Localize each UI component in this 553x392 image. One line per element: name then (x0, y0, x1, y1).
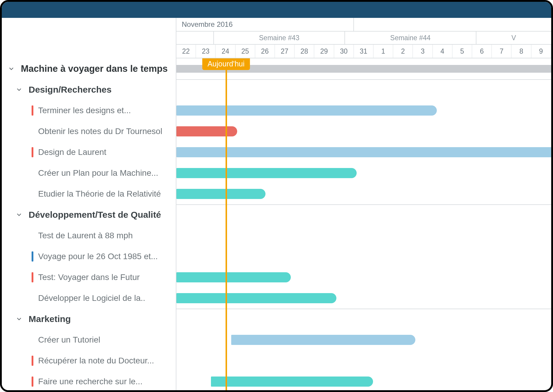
gantt-bar[interactable] (231, 335, 416, 345)
gantt-bar[interactable] (211, 377, 373, 387)
group-label: Développement/Test de Qualité (29, 210, 161, 220)
month-label: Novembre 2016 (182, 20, 233, 29)
day-number: 23 (202, 47, 210, 55)
timeline-month-cell-empty (354, 18, 551, 31)
day-cell[interactable]: 7 (492, 45, 512, 58)
gantt-bar[interactable] (176, 189, 265, 199)
gantt-bar[interactable] (176, 293, 336, 303)
chevron-down-icon[interactable] (15, 315, 23, 323)
task-label: Créer un Tutoriel (38, 335, 100, 345)
today-marker-line (226, 58, 227, 390)
day-number: 22 (182, 47, 190, 55)
task-label: Test de Laurent à 88 mph (38, 231, 133, 240)
gantt-task-lane (176, 142, 551, 163)
task-label: Terminer les designs et... (38, 106, 131, 115)
day-cell[interactable]: 31 (354, 45, 374, 58)
gantt-task-lane (176, 288, 551, 309)
task-row[interactable]: Voyage pour le 26 Oct 1985 et... (2, 246, 176, 267)
content-area: Machine à voyager dans le tempsDesign/Re… (2, 18, 551, 390)
day-cell[interactable]: 25 (236, 45, 255, 58)
day-cell[interactable]: 1 (374, 45, 393, 58)
timeline-week-row: Semaine #43Semaine #44V (176, 32, 551, 45)
day-cell[interactable]: 5 (453, 45, 472, 58)
week-label: Semaine #43 (259, 34, 299, 42)
task-row[interactable]: Terminer les designs et... (2, 100, 176, 121)
task-row[interactable]: Design de Laurent (2, 142, 176, 163)
chevron-down-icon[interactable] (15, 85, 23, 94)
group-row[interactable]: Design/Recherches (2, 79, 176, 100)
task-tree-sidebar: Machine à voyager dans le tempsDesign/Re… (2, 18, 176, 390)
gantt-task-lane (176, 246, 551, 267)
task-label: Obtenir les notes du Dr Tournesol (38, 127, 162, 136)
day-number: 4 (440, 47, 444, 55)
gantt-bar[interactable] (176, 147, 551, 157)
day-cell[interactable]: 28 (295, 45, 314, 58)
day-cell[interactable]: 22 (176, 45, 196, 58)
gantt-bar[interactable] (176, 126, 237, 136)
task-row[interactable]: Récupérer la note du Docteur... (2, 350, 176, 371)
group-row[interactable]: Développement/Test de Qualité (2, 204, 176, 225)
gantt-bar[interactable] (176, 168, 357, 178)
day-cell[interactable]: 4 (433, 45, 453, 58)
task-row[interactable]: Créer un Tutoriel (2, 329, 176, 350)
task-label: Récupérer la note du Docteur... (38, 356, 154, 365)
gantt-task-lane (176, 163, 551, 183)
day-number: 27 (281, 47, 288, 55)
day-cell[interactable]: 6 (472, 45, 492, 58)
project-title: Machine à voyager dans le temps (21, 63, 168, 74)
day-cell[interactable]: 23 (196, 45, 216, 58)
day-cell[interactable]: 26 (255, 45, 275, 58)
gantt-section-divider (176, 309, 551, 309)
task-label: Voyage pour le 26 Oct 1985 et... (38, 252, 158, 261)
task-label: Développer le Logiciel de la.. (38, 293, 145, 303)
priority-flag-icon (32, 105, 33, 116)
day-cell[interactable]: 9 (532, 45, 551, 58)
gantt-timeline[interactable]: Novembre 2016 Semaine #43Semaine #44V 22… (176, 18, 551, 390)
day-cell[interactable]: 30 (334, 45, 354, 58)
task-row[interactable]: Créer un Plan pour la Machine... (2, 163, 176, 183)
priority-flag-icon (32, 356, 33, 366)
week-cell: V (476, 32, 552, 44)
project-row[interactable]: Machine à voyager dans le temps (2, 58, 176, 79)
priority-flag-icon (32, 335, 33, 345)
chevron-down-icon[interactable] (15, 211, 23, 219)
task-label: Design de Laurent (38, 147, 106, 157)
task-label: Test: Voyager dans le Futur (38, 273, 140, 282)
week-label: Semaine #44 (390, 34, 431, 42)
priority-flag-icon (32, 168, 33, 178)
gantt-task-lane (176, 350, 551, 371)
day-cell[interactable]: 2 (393, 45, 413, 58)
priority-flag-icon (32, 293, 33, 303)
day-number: 2 (401, 47, 405, 55)
gantt-task-lane (176, 371, 551, 390)
gantt-task-lane (176, 183, 551, 204)
gantt-task-lane (176, 267, 551, 288)
task-row[interactable]: Etudier la Théorie de la Relativité (2, 183, 176, 204)
day-cell[interactable]: 8 (512, 45, 531, 58)
priority-flag-icon (32, 377, 33, 387)
group-label: Design/Recherches (29, 85, 111, 95)
gantt-task-lane (176, 121, 551, 142)
group-row[interactable]: Marketing (2, 309, 176, 329)
gantt-bar[interactable] (176, 272, 291, 282)
day-cell[interactable]: 24 (216, 45, 235, 58)
task-row[interactable]: Obtenir les notes du Dr Tournesol (2, 121, 176, 142)
task-row[interactable]: Faire une recherche sur le... (2, 371, 176, 392)
day-number: 25 (241, 47, 249, 55)
day-cell[interactable]: 29 (314, 45, 334, 58)
gantt-section-divider (176, 204, 551, 205)
priority-flag-icon (32, 251, 33, 262)
gantt-section-divider (176, 79, 551, 80)
week-cell: Semaine #44 (345, 32, 476, 44)
task-row[interactable]: Test de Laurent à 88 mph (2, 225, 176, 246)
day-cell[interactable]: 27 (275, 45, 295, 58)
chevron-down-icon[interactable] (7, 65, 15, 73)
gantt-task-lane (176, 329, 551, 350)
day-number: 1 (381, 47, 385, 55)
day-number: 28 (301, 47, 308, 55)
task-row[interactable]: Test: Voyager dans le Futur (2, 267, 176, 288)
day-number: 9 (539, 47, 543, 55)
gantt-bar[interactable] (176, 105, 437, 116)
day-cell[interactable]: 3 (413, 45, 433, 58)
task-row[interactable]: Développer le Logiciel de la.. (2, 288, 176, 309)
